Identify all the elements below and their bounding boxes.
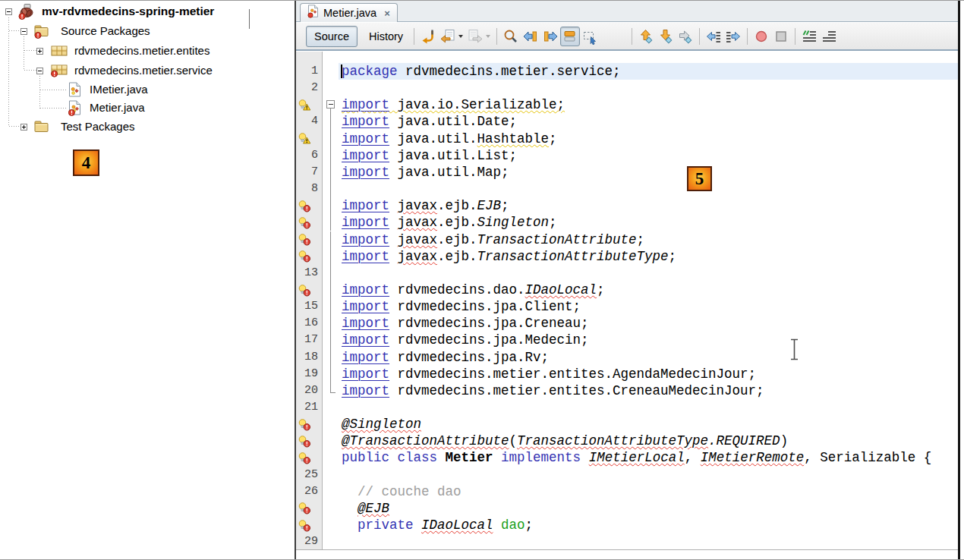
code-line[interactable]: 2 <box>296 80 958 96</box>
tree-item-label[interactable]: rdvmedecins.metier.entites <box>74 42 209 60</box>
back-icon[interactable] <box>438 27 458 46</box>
code-line[interactable]: private IDaoLocal dao; <box>296 517 958 533</box>
code-text[interactable] <box>339 467 958 483</box>
code-text[interactable]: @EJB <box>339 500 958 517</box>
fold-margin[interactable] <box>323 197 339 214</box>
code-text[interactable]: import rdvmedecins.jpa.Creneau; <box>339 315 958 332</box>
code-line[interactable]: 1package rdvmedecins.metier.service; <box>296 63 958 80</box>
uncomment-icon[interactable] <box>819 27 839 46</box>
fold-margin[interactable] <box>323 315 339 332</box>
fold-margin[interactable] <box>323 382 339 399</box>
code-line[interactable]: import javax.ejb.EJB; <box>296 197 958 214</box>
code-line[interactable]: 25 <box>296 467 958 483</box>
tree-item-label[interactable]: rdvmedecins.metier.service <box>74 61 213 80</box>
error-bulb-icon[interactable] <box>296 449 323 466</box>
tree-item-label[interactable]: mv-rdvmedecins-spring-metier <box>42 2 214 20</box>
fold-collapse-icon[interactable] <box>326 100 335 109</box>
toggle-bookmark-icon[interactable] <box>676 27 695 46</box>
code-text[interactable]: import java.util.Date; <box>339 113 958 130</box>
code-text[interactable]: @Singleton <box>339 416 958 433</box>
error-bulb-icon[interactable] <box>296 416 323 433</box>
code-line[interactable]: public class Metier implements IMetierLo… <box>296 449 958 466</box>
code-text[interactable] <box>339 181 958 197</box>
code-text[interactable]: import rdvmedecins.jpa.Client; <box>339 298 958 315</box>
code-line[interactable]: import java.io.Serializable; <box>296 96 958 113</box>
code-text[interactable]: import rdvmedecins.metier.entites.Agenda… <box>339 366 958 382</box>
code-line[interactable]: 19import rdvmedecins.metier.entites.Agen… <box>296 366 958 382</box>
stop-macro-recording-icon[interactable] <box>771 27 791 46</box>
code-text[interactable]: import java.io.Serializable; <box>339 96 958 113</box>
code-line[interactable]: 4import java.util.Date; <box>296 113 958 130</box>
code-text[interactable]: import java.util.List; <box>339 147 958 164</box>
code-text[interactable]: @TransactionAttribute(TransactionAttribu… <box>339 433 958 449</box>
fold-margin[interactable] <box>323 248 339 265</box>
code-line[interactable]: 7import java.util.Map; <box>296 164 958 181</box>
code-text[interactable]: // couche dao <box>339 483 958 500</box>
tree-item-test-packages[interactable]: Test Packages <box>0 118 295 136</box>
tree-item-label[interactable]: Test Packages <box>61 118 135 136</box>
error-bulb-icon[interactable] <box>296 517 323 533</box>
code-line[interactable]: import rdvmedecins.dao.IDaoLocal; <box>296 282 958 298</box>
toggle-rectangular-selection-icon[interactable] <box>580 27 600 46</box>
code-line[interactable]: 6import java.util.List; <box>296 147 958 164</box>
error-bulb-icon[interactable] <box>296 214 323 231</box>
code-line[interactable]: 29 <box>296 533 958 549</box>
code-line[interactable]: 18import rdvmedecins.jpa.Rv; <box>296 349 958 366</box>
code-text[interactable] <box>339 533 958 549</box>
code-text[interactable]: import javax.ejb.Singleton; <box>339 214 958 231</box>
shift-line-left-icon[interactable] <box>704 27 723 46</box>
fold-margin[interactable] <box>323 147 339 164</box>
code-line[interactable]: 16import rdvmedecins.jpa.Creneau; <box>296 315 958 332</box>
tree-item-imetier-java[interactable]: IMetier.java <box>0 80 295 99</box>
code-text[interactable]: import java.util.Hashtable; <box>339 131 958 147</box>
code-text[interactable] <box>339 80 958 96</box>
fold-margin[interactable] <box>323 214 339 231</box>
code-line[interactable]: @TransactionAttribute(TransactionAttribu… <box>296 433 958 449</box>
warning-bulb-icon[interactable] <box>296 131 323 147</box>
collapse-handle[interactable] <box>36 68 43 74</box>
code-text[interactable]: import rdvmedecins.metier.entites.Crenea… <box>339 382 958 399</box>
fold-margin[interactable] <box>323 282 339 298</box>
fold-margin[interactable] <box>323 96 339 113</box>
tree-item-metier-java[interactable]: Metier.java <box>0 99 295 117</box>
tree-item-package-entites[interactable]: rdvmedecins.metier.entites <box>0 42 295 60</box>
code-text[interactable]: private IDaoLocal dao; <box>339 517 958 533</box>
fold-margin[interactable] <box>323 164 339 181</box>
error-bulb-icon[interactable] <box>296 248 323 265</box>
tree-item-label[interactable]: IMetier.java <box>90 80 148 99</box>
fold-margin[interactable] <box>323 265 339 282</box>
fold-margin[interactable] <box>323 181 339 197</box>
code-line[interactable]: 13 <box>296 265 958 282</box>
fold-margin[interactable] <box>323 131 339 147</box>
code-line[interactable]: import javax.ejb.Singleton; <box>296 214 958 231</box>
toggle-highlight-search-icon[interactable] <box>560 27 580 46</box>
error-bulb-icon[interactable] <box>296 197 323 214</box>
fold-margin[interactable] <box>323 298 339 315</box>
forward-dropdown-icon[interactable] <box>486 35 490 38</box>
tree-item-project[interactable]: mv-rdvmedecins-spring-metier <box>0 2 295 20</box>
expand-handle[interactable] <box>20 124 27 131</box>
code-text[interactable]: import javax.ejb.EJB; <box>339 197 958 214</box>
tab-metier-java[interactable]: Metier.java × <box>300 3 398 22</box>
start-macro-recording-icon[interactable] <box>751 27 771 46</box>
error-bulb-icon[interactable] <box>296 282 323 298</box>
error-bulb-icon[interactable] <box>296 500 323 517</box>
code-text[interactable]: import rdvmedecins.dao.IDaoLocal; <box>339 282 958 298</box>
code-text[interactable] <box>339 399 958 416</box>
code-line[interactable]: 15import rdvmedecins.jpa.Client; <box>296 298 958 315</box>
collapse-handle[interactable] <box>5 8 12 15</box>
fold-margin[interactable] <box>323 231 339 248</box>
fold-margin[interactable] <box>323 349 339 366</box>
tab-title[interactable]: Metier.java <box>323 7 376 19</box>
code-line[interactable]: 8 <box>296 181 958 197</box>
shift-line-right-icon[interactable] <box>723 27 743 46</box>
error-bulb-icon[interactable] <box>296 231 323 248</box>
code-line[interactable]: @EJB <box>296 500 958 517</box>
code-text[interactable]: public class Metier implements IMetierLo… <box>339 449 958 466</box>
last-edit-location-icon[interactable] <box>418 27 438 46</box>
error-bulb-icon[interactable] <box>296 433 323 449</box>
code-line[interactable]: 21 <box>296 399 958 416</box>
next-bookmark-icon[interactable] <box>656 27 676 46</box>
code-text[interactable] <box>339 265 958 282</box>
find-selection-icon[interactable] <box>501 27 521 46</box>
